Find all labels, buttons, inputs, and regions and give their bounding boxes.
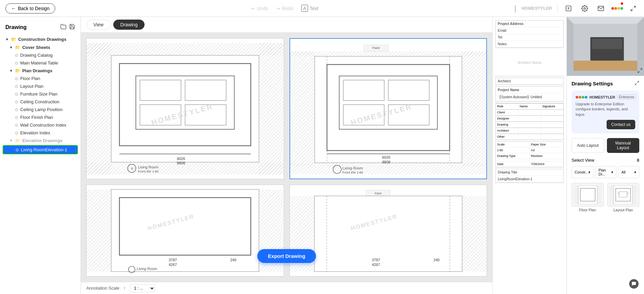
sidebar-icon-group bbox=[60, 24, 75, 31]
view-dropdown-2[interactable]: Plan Dr... ▾ bbox=[595, 166, 616, 178]
sidebar-item-wall-construction[interactable]: ⊙ Wall Construction Index bbox=[0, 121, 81, 129]
drawing-sheet-2[interactable]: Paint bbox=[289, 38, 487, 179]
sync-icon-6: ⊙ bbox=[15, 100, 18, 104]
drawing-sig bbox=[541, 122, 563, 128]
expand-settings-icon[interactable] bbox=[635, 81, 639, 86]
type-grid: Drawing Type Revision bbox=[496, 153, 563, 161]
back-to-design-button[interactable]: ← Back to Design bbox=[5, 3, 55, 14]
sidebar-item-construction-drawings[interactable]: ▼ 📁 Construction Drawings bbox=[0, 35, 81, 44]
sidebar-item-layout-plan[interactable]: ⊙ Layout Plan bbox=[0, 82, 81, 90]
other-sig bbox=[541, 134, 563, 140]
svg-text:3787: 3787 bbox=[372, 258, 380, 262]
svg-rect-84 bbox=[597, 186, 601, 204]
auto-layout-button[interactable]: Auto Layout bbox=[572, 138, 604, 153]
svg-rect-27 bbox=[290, 51, 315, 166]
redo-icon: ↪ bbox=[276, 6, 280, 11]
sidebar-item-drawing-catalog[interactable]: ⊙ Drawing Catalog bbox=[0, 51, 81, 59]
svg-rect-76 bbox=[592, 39, 622, 49]
svg-rect-63 bbox=[314, 196, 462, 272]
svg-text:6026: 6026 bbox=[382, 155, 390, 159]
sidebar-item-ceiling-construction[interactable]: ⊙ Ceiling Construction bbox=[0, 98, 81, 106]
designer-name bbox=[518, 116, 541, 122]
svg-marker-74 bbox=[637, 17, 644, 60]
sidebar-icon-save[interactable] bbox=[69, 24, 75, 31]
title-block-project-name-section: Project Name 【System Autosave】Untitled bbox=[495, 86, 564, 102]
annotation-bar: Annotation Scale ↑ 1 : ... 1 : 50 1 : 80… bbox=[81, 282, 492, 294]
collapse-icon-cover: ▼ bbox=[9, 46, 13, 49]
enterprise-banner: HOMESTYLER Enterprise Upgrade to Enterpr… bbox=[572, 90, 639, 133]
tab-view[interactable]: View bbox=[86, 20, 111, 30]
sidebar-item-floor-plan[interactable]: ⊙ Floor Plan bbox=[0, 75, 81, 82]
tab-drawing[interactable]: Drawing bbox=[113, 20, 145, 30]
view-dropdown-3[interactable]: All ▾ bbox=[618, 166, 639, 178]
redo-button[interactable]: ↪ Redo bbox=[276, 6, 293, 11]
toolbar-separator: | bbox=[514, 4, 516, 13]
svg-text:3787: 3787 bbox=[169, 258, 177, 262]
chat-bubble-button[interactable] bbox=[629, 279, 639, 289]
drawing-sheet-1[interactable]: 6026 8808 ⊙ Living Room Front Ele 1:80 H… bbox=[86, 38, 284, 179]
view-dropdown-1[interactable]: Constr... ▾ bbox=[572, 166, 593, 178]
search-icon[interactable] bbox=[563, 3, 574, 14]
chevron-down-icon-2: ▾ bbox=[611, 170, 613, 175]
folder-icon-cover: 📁 bbox=[15, 45, 20, 50]
thumbnail-layout-plan[interactable]: Layout Plan bbox=[607, 183, 640, 212]
sidebar-item-elevation-index[interactable]: ⊙ Elevation Index bbox=[0, 129, 81, 137]
sidebar-item-living-room-elevation[interactable]: ⊙ Living RoomElevation-1 bbox=[3, 145, 78, 154]
layout-row: Auto Layout Mannual Layout bbox=[572, 138, 639, 153]
export-drawing-button[interactable]: Export Drawing bbox=[257, 249, 316, 263]
drawing-title-label: Drawing Title bbox=[496, 169, 563, 176]
title-block-scale-section: Scale Paper Size 1:80 A3 Drawing Type Re… bbox=[495, 141, 564, 167]
drawing-type-value bbox=[496, 159, 530, 161]
designer-label: Designer bbox=[496, 116, 518, 122]
sidebar-item-furniture-size-plan[interactable]: ⊙ Furniture Size Plan bbox=[0, 90, 81, 98]
svg-rect-89 bbox=[633, 186, 637, 204]
sidebar-title: Drawing bbox=[5, 24, 27, 30]
canvas-content[interactable]: 6026 8808 ⊙ Living Room Front Ele 1:80 H… bbox=[81, 33, 492, 282]
mail-icon[interactable] bbox=[595, 3, 606, 14]
contact-us-button[interactable]: Contact us bbox=[607, 120, 635, 129]
designer-sig bbox=[541, 116, 563, 122]
scale-grid: Scale Paper Size 1:80 A3 bbox=[496, 142, 563, 153]
manual-layout-button[interactable]: Mannual Layout bbox=[607, 138, 640, 153]
sidebar-item-main-material-table[interactable]: ⊙ Main Material Table bbox=[0, 59, 81, 67]
drawing-sheet-3[interactable]: 3787 240 4267 Living Room HOMESTYLER bbox=[86, 185, 284, 276]
name-header: Name bbox=[518, 104, 541, 109]
thumbnail-box-floor-plan bbox=[572, 183, 604, 207]
color-palette-icon[interactable] bbox=[612, 3, 622, 14]
revision-value bbox=[530, 159, 564, 161]
thumbnail-floor-plan[interactable]: Floor Plan bbox=[572, 183, 604, 212]
svg-line-2 bbox=[634, 6, 636, 8]
svg-rect-5 bbox=[87, 43, 111, 175]
drawing-type-label: Drawing Type bbox=[496, 153, 530, 159]
architect-role: Architect bbox=[496, 128, 518, 134]
settings-icon[interactable] bbox=[579, 3, 590, 14]
svg-text:8808: 8808 bbox=[177, 161, 185, 165]
svg-rect-6 bbox=[259, 43, 283, 175]
sync-icon-10: ⊙ bbox=[15, 131, 18, 135]
toolbar-center: ↩ Undo ↪ Redo A Text bbox=[62, 5, 508, 12]
preview-expand-icon[interactable] bbox=[637, 68, 643, 75]
chevron-down-icon-3: ▾ bbox=[634, 170, 636, 175]
sidebar-item-ceiling-lamp[interactable]: ⊙ Ceiling Lamp Position bbox=[0, 106, 81, 113]
paper-size-value: A3 bbox=[530, 148, 564, 153]
title-block-grid-other: Other bbox=[496, 134, 563, 140]
svg-line-78 bbox=[640, 69, 642, 70]
thumbnails-grid: Floor Plan bbox=[572, 183, 639, 212]
sidebar-item-elevation-drawings[interactable]: ▼ 📁 Elevation Drawings bbox=[0, 137, 81, 144]
title-block-architect-row: Architect bbox=[496, 78, 563, 85]
fullscreen-icon[interactable] bbox=[628, 3, 639, 14]
view-count: 8 bbox=[637, 158, 639, 163]
sidebar-item-cover-sheets[interactable]: ▼ 📁 Cover Sheets bbox=[0, 44, 81, 51]
svg-text:4267: 4267 bbox=[372, 263, 380, 267]
sidebar-item-floor-finish[interactable]: ⊙ Floor Finish Plan bbox=[0, 113, 81, 121]
svg-rect-28 bbox=[462, 51, 486, 166]
sidebar-icon-folder[interactable] bbox=[60, 24, 66, 31]
sidebar-item-plan-drawings[interactable]: ▼ 📁 Plan Drawings bbox=[0, 67, 81, 75]
annotation-scale-select[interactable]: 1 : ... 1 : 50 1 : 80 1 : 100 bbox=[130, 284, 155, 292]
undo-button[interactable]: ↩ Undo bbox=[251, 6, 268, 11]
text-button[interactable]: A Text bbox=[301, 5, 318, 12]
text-icon: A bbox=[301, 5, 308, 12]
client-label: Client bbox=[496, 110, 518, 115]
drawing-sheet-4[interactable]: Paint 3787 240 4267 HOMESTYLER bbox=[289, 185, 487, 276]
client-name bbox=[518, 110, 541, 115]
